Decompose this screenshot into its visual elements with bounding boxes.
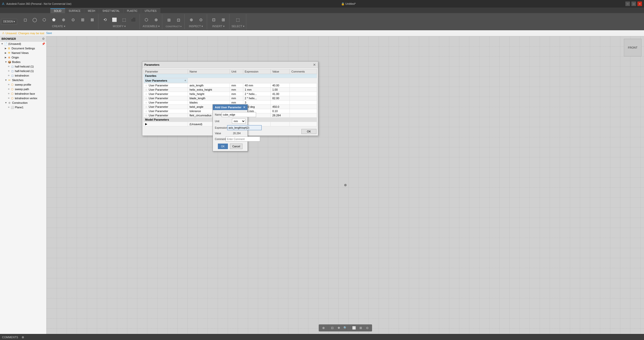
body-visibility-3[interactable]: 👁: [8, 75, 10, 77]
view-cube[interactable]: FRONT: [624, 39, 641, 56]
comments-expand-button[interactable]: ⊕: [20, 334, 26, 340]
browser-item-doc-settings[interactable]: ▶ ⚙ Document Settings: [0, 46, 46, 51]
tab-mesh[interactable]: MESH: [84, 8, 99, 13]
toolbar-ribbon: DESIGN ▾ ◻ ◯ ⬡ ⬟ ⊕ ⊙ ⊞ ⊠ CREATE ▾ ⟲ ⬜ ⬚ …: [0, 13, 644, 30]
col-header-comments: Comments: [290, 69, 317, 74]
modify-chamfer-button[interactable]: ⬜: [110, 15, 119, 24]
form-row-value: Value 28.284: [215, 132, 246, 135]
nav-zoom-button[interactable]: 🔍: [343, 325, 348, 331]
add-parameter-ok-button[interactable]: OK: [218, 144, 228, 149]
sketch-visibility-1[interactable]: 👁: [8, 84, 10, 86]
sketch-icon-4: ⬡: [11, 96, 14, 100]
form-row-expression: Expression: [215, 125, 246, 130]
modify-fillet-button[interactable]: ⟲: [100, 15, 109, 24]
create-sweep-button[interactable]: ⊙: [68, 15, 77, 24]
tab-utilities[interactable]: UTILITIES: [141, 8, 160, 13]
select-button[interactable]: ⬚: [233, 15, 243, 24]
table-row: ☆ User Parameter axis_length mm 40 mm 40…: [144, 83, 317, 88]
parameters-dialog-title: Parameters: [144, 63, 159, 66]
add-user-param-button[interactable]: +: [184, 79, 186, 82]
lock-icon: 🔒: [341, 2, 345, 5]
browser-item-origin[interactable]: ▶ ⊕ Origin: [0, 55, 46, 60]
insert-canvas-button[interactable]: ⊡: [209, 15, 218, 24]
assemble-joint-button[interactable]: ⬡: [142, 15, 151, 24]
view-cube-label: FRONT: [628, 46, 637, 49]
browser-item-unsaved[interactable]: ▼ 📄 (Unsaved) 📌: [0, 42, 46, 46]
modify-shell-button[interactable]: ⬚: [119, 15, 129, 24]
browser-item-bodies[interactable]: ▼ 📦 Bodies: [0, 60, 46, 64]
canvas[interactable]: FRONT Parameters ✕ Parameter Name Unit E…: [47, 36, 644, 334]
browser-item-sweep-profile[interactable]: 👁 ⬡ sweep profile: [0, 82, 46, 87]
sketch-visibility-4[interactable]: 👁: [8, 97, 10, 99]
create-box-button[interactable]: ◻: [21, 15, 30, 24]
expression-input[interactable]: [227, 125, 262, 130]
table-row: ☆ User Parameter helix_extra_height mm 1…: [144, 88, 317, 92]
unsaved-pin-icon[interactable]: 📌: [42, 42, 45, 46]
body-visibility-1[interactable]: 👁: [8, 65, 10, 68]
tab-surface[interactable]: SURFACE: [65, 8, 84, 13]
body-visibility-2[interactable]: 👁: [8, 70, 10, 72]
close-button[interactable]: ✕: [637, 2, 642, 6]
parameters-dialog-ok-button[interactable]: OK: [301, 129, 316, 134]
nav-separator-2: [350, 326, 350, 330]
doc-settings-icon: ⚙: [7, 47, 11, 50]
nav-snap-button[interactable]: ⊙: [365, 325, 370, 331]
col-header-value: Value: [271, 69, 290, 74]
unit-select[interactable]: mm cm m in ft deg: [232, 119, 246, 124]
nav-grid-button[interactable]: ⊞: [358, 325, 364, 331]
plane-visibility-1[interactable]: 👁: [8, 106, 10, 109]
name-label: Name: [215, 113, 222, 116]
nav-pan-button[interactable]: ✥: [336, 325, 342, 331]
comment-label: Comment: [215, 138, 226, 141]
sketch-visibility-3[interactable]: 👁: [8, 93, 10, 95]
browser-item-tet-vertex[interactable]: 👁 ⬡ tetrahedron vertex: [0, 96, 46, 100]
create-cylinder-button[interactable]: ◯: [30, 15, 39, 24]
tab-solid[interactable]: SOLID: [50, 8, 65, 13]
browser-item-tetrahedron[interactable]: 👁 ◻ tetrahedron: [0, 73, 46, 78]
inspect-measure-button[interactable]: ⊕: [187, 15, 196, 24]
parameters-dialog-close-button[interactable]: ✕: [313, 63, 316, 67]
add-parameter-cancel-button[interactable]: Cancel: [230, 144, 243, 149]
create-loft-button[interactable]: ⊞: [78, 15, 87, 24]
construct-plane-button[interactable]: ⊞: [164, 16, 173, 25]
browser-item-half-helicoid-2[interactable]: 👁 ◻ half-helicoid (1): [0, 69, 46, 73]
design-dropdown[interactable]: DESIGN ▾: [1, 19, 17, 24]
name-input[interactable]: [222, 112, 256, 117]
browser-item-construction[interactable]: ▼ ⊕ Construction: [0, 100, 46, 105]
create-sphere-button[interactable]: ⬡: [40, 15, 49, 24]
browser-item-tet-face[interactable]: 👁 ⬡ tetrahedron face: [0, 91, 46, 96]
create-more-button[interactable]: ⊠: [88, 15, 97, 24]
nav-home-button[interactable]: ⊕: [321, 325, 326, 331]
modify-more-button[interactable]: ⬛: [129, 15, 138, 24]
browser-item-plane1[interactable]: 👁 ⬜ Plane1: [0, 105, 46, 110]
toolbar-tabs: SOLID SURFACE MESH SHEET METAL PLASTIC U…: [0, 8, 644, 13]
browser-item-sketches[interactable]: ▼ ✏ Sketches: [0, 78, 46, 82]
sketch-visibility-2[interactable]: 👁: [8, 88, 10, 90]
nav-display-button[interactable]: ⬜: [351, 325, 357, 331]
browser-settings-button[interactable]: ⚙: [42, 37, 45, 41]
assemble-more-button[interactable]: ⊕: [151, 15, 160, 24]
parameters-dialog-titlebar: Parameters ✕: [142, 62, 318, 68]
create-extrude-button[interactable]: ⬟: [49, 15, 58, 24]
minimize-button[interactable]: ─: [625, 2, 630, 6]
nav-orbit-button[interactable]: ⊡: [330, 325, 335, 331]
create-revolve-button[interactable]: ⊕: [59, 15, 68, 24]
value-display: 28.284: [232, 132, 246, 135]
tab-plastic[interactable]: PLASTIC: [124, 8, 141, 13]
browser-item-named-views[interactable]: ▶ 👁 Named Views: [0, 51, 46, 55]
tab-sheet-metal[interactable]: SHEET METAL: [99, 8, 124, 13]
add-parameter-dialog-buttons: OK Cancel: [215, 144, 246, 149]
save-button[interactable]: Save: [46, 32, 52, 35]
construct-more-button[interactable]: ⊡: [174, 16, 183, 25]
table-row: ☆ User Parameter blades mm 3: [144, 100, 317, 105]
sketch-icon-1: ⬡: [11, 83, 14, 86]
comment-input[interactable]: [226, 137, 260, 142]
browser-item-sweep-path[interactable]: 👁 ⬡ sweep path: [0, 87, 46, 91]
browser-item-half-helicoid-1[interactable]: 👁 ◻ half-helicoid (1): [0, 64, 46, 69]
insert-more-button[interactable]: ⊞: [219, 15, 228, 24]
section-user-params: User Parameters +: [144, 78, 317, 83]
sidebar: BROWSER ⚙ ▼ 📄 (Unsaved) 📌 ▶ ⚙ Document S…: [0, 36, 47, 334]
maximize-button[interactable]: □: [631, 2, 636, 6]
inspect-more-button[interactable]: ⊙: [196, 15, 205, 24]
add-parameter-dialog-close-button[interactable]: ✕: [243, 106, 246, 109]
